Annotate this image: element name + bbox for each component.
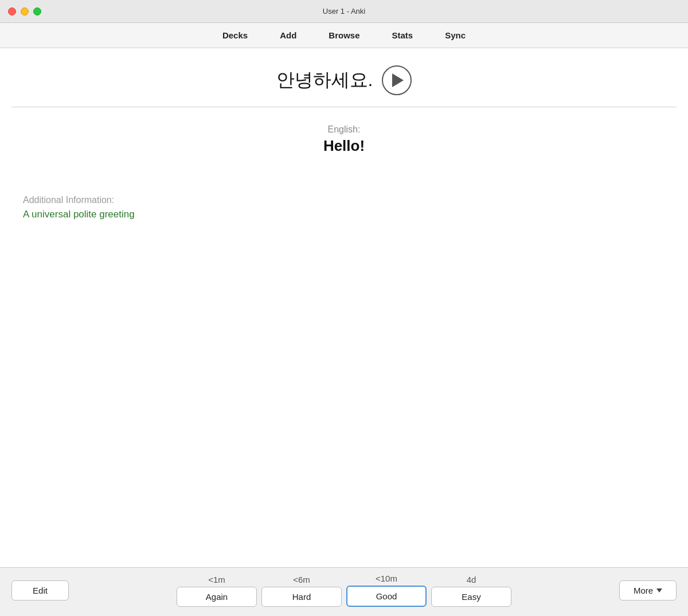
good-group: <10m Good: [346, 574, 427, 607]
easy-button[interactable]: Easy: [431, 587, 511, 607]
menu-add[interactable]: Add: [275, 28, 301, 42]
answer-buttons-row: Edit <1m Again <6m Hard <10m Good 4d Eas…: [11, 574, 677, 607]
play-audio-button[interactable]: [382, 65, 412, 95]
more-area: More: [619, 580, 677, 601]
again-group: <1m Again: [177, 575, 257, 607]
english-answer: Hello!: [323, 137, 365, 155]
card-spacer: [0, 232, 688, 567]
dropdown-arrow-icon: [656, 588, 662, 592]
menu-stats[interactable]: Stats: [388, 28, 418, 42]
easy-timing: 4d: [467, 575, 476, 584]
bottom-bar: Edit <1m Again <6m Hard <10m Good 4d Eas…: [0, 567, 688, 616]
menu-sync[interactable]: Sync: [440, 28, 470, 42]
close-button[interactable]: [8, 7, 16, 15]
good-button[interactable]: Good: [346, 586, 427, 607]
edit-button[interactable]: Edit: [11, 580, 69, 601]
additional-info-label: Additional Information:: [23, 195, 665, 205]
menu-decks[interactable]: Decks: [218, 28, 252, 42]
again-timing: <1m: [208, 575, 225, 584]
minimize-button[interactable]: [21, 7, 29, 15]
good-timing: <10m: [376, 574, 397, 583]
card-area: 안녕하세요. English: Hello! Additional Inform…: [0, 48, 688, 567]
additional-info-text: A universal polite greeting: [23, 209, 665, 220]
hard-group: <6m Hard: [261, 575, 342, 607]
card-korean-text: 안녕하세요.: [276, 68, 373, 93]
easy-group: 4d Easy: [431, 575, 511, 607]
window-controls: [8, 7, 41, 15]
center-buttons: <1m Again <6m Hard <10m Good 4d Easy: [177, 574, 511, 607]
again-button[interactable]: Again: [177, 587, 257, 607]
answer-area: English: Hello!: [0, 107, 688, 161]
maximize-button[interactable]: [33, 7, 41, 15]
hard-timing: <6m: [293, 575, 310, 584]
hard-button[interactable]: Hard: [261, 587, 342, 607]
card-front: 안녕하세요.: [0, 48, 688, 107]
more-label: More: [634, 586, 653, 595]
menu-browse[interactable]: Browse: [324, 28, 364, 42]
edit-area: Edit: [11, 580, 69, 601]
menu-bar: Decks Add Browse Stats Sync: [0, 23, 688, 48]
additional-info-section: Additional Information: A universal poli…: [0, 161, 688, 232]
english-label: English:: [328, 124, 361, 135]
window-title: User 1 - Anki: [323, 7, 365, 15]
title-bar: User 1 - Anki: [0, 0, 688, 23]
more-button[interactable]: More: [619, 580, 677, 601]
play-icon: [392, 73, 404, 87]
